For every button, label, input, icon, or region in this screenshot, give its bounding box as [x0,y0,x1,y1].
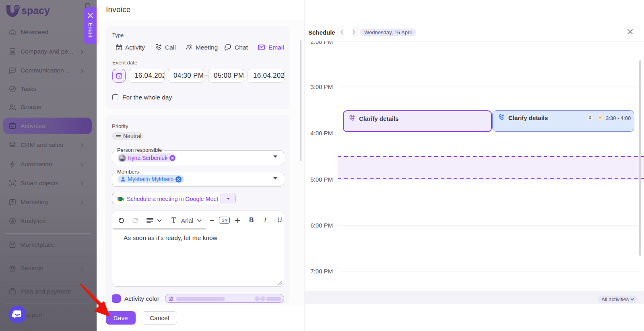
svg-text:spacy: spacy [21,5,50,16]
